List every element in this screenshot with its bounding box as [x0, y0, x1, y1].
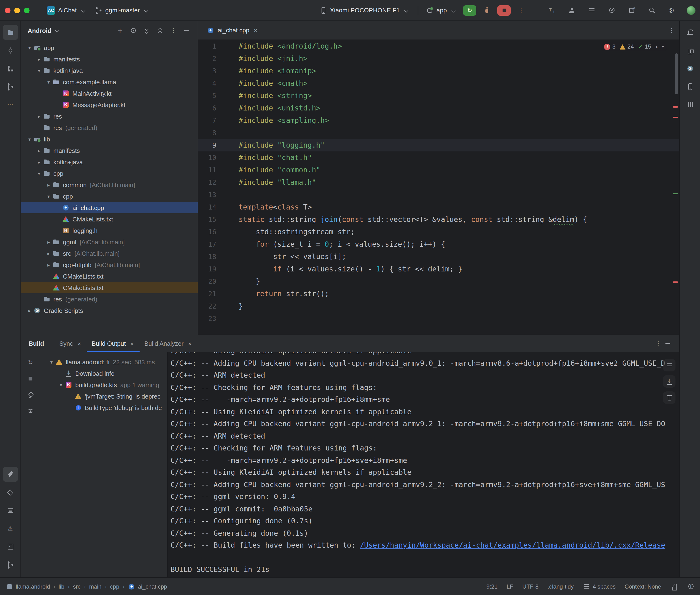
project-tool-button[interactable] — [3, 25, 18, 40]
version-control-tool-button[interactable] — [3, 557, 18, 572]
close-tab-icon[interactable] — [77, 340, 82, 347]
code-line-6[interactable]: 6#include <unistd.h> — [198, 102, 679, 114]
clear-all-button[interactable] — [663, 391, 675, 404]
tree-item-lib[interactable]: lib — [21, 133, 198, 145]
branch-widget[interactable]: ggml-master — [91, 4, 154, 16]
code-line-11[interactable]: 11#include "common.h" — [198, 164, 679, 176]
prev-problem-button[interactable] — [655, 44, 657, 49]
tree-item-cmakelists-txt[interactable]: CMakeLists.txt — [21, 271, 198, 282]
notifications-button[interactable] — [682, 25, 698, 40]
editor-options-icon[interactable] — [668, 26, 675, 34]
code-line-5[interactable]: 5#include <string> — [198, 89, 679, 102]
tree-item-src[interactable]: src[AiChat.lib.main] — [21, 248, 198, 259]
app-insights-button[interactable] — [682, 97, 698, 112]
close-tab-icon[interactable] — [129, 340, 135, 347]
code-line-18[interactable]: 18 str << values[i]; — [198, 251, 679, 263]
breadcrumb-src[interactable]: src — [73, 583, 81, 590]
hide-build-panel-icon[interactable] — [664, 340, 672, 347]
tree-item-kotlin-java[interactable]: kotlin+java — [21, 156, 198, 168]
close-tab-icon[interactable] — [253, 27, 258, 34]
stripe-mark-error[interactable] — [673, 281, 678, 283]
build-tab-build-output[interactable]: Build Output — [87, 335, 140, 352]
more-options-button[interactable] — [167, 24, 179, 37]
status-context[interactable]: Context: None — [625, 583, 661, 590]
device-manager-button[interactable] — [682, 79, 698, 94]
breadcrumb-main[interactable]: main — [89, 583, 102, 590]
tree-item-res[interactable]: res(generated) — [21, 122, 198, 133]
tree-item-kotlin-java[interactable]: kotlin+java — [21, 65, 198, 76]
settings-button[interactable] — [664, 3, 679, 18]
commit-tool-button[interactable] — [3, 43, 18, 58]
code-line-21[interactable]: 21 return str.str(); — [198, 288, 679, 300]
tree-item-cpp[interactable]: cpp — [21, 191, 198, 202]
code-line-16[interactable]: 16 std::ostringstream str; — [198, 226, 679, 238]
scroll-to-end-button[interactable] — [663, 375, 675, 388]
tree-item-cpp[interactable]: cpp — [21, 168, 198, 179]
more-actions-button[interactable] — [514, 5, 528, 16]
logcat-tool-button[interactable] — [3, 503, 18, 518]
tree-item-gradle-scripts[interactable]: Gradle Scripts — [21, 305, 198, 316]
code-line-9[interactable]: 9#include "logging.h" — [198, 139, 679, 151]
tree-item-mainactivity-kt[interactable]: MainActivity.kt — [21, 88, 198, 99]
tree-item-manifests[interactable]: manifests — [21, 145, 198, 156]
tree-item-buildtype-debug-is-both-de[interactable]: BuildType 'debug' is both de — [40, 402, 167, 413]
breadcrumb-lib[interactable]: lib — [59, 583, 64, 590]
build-title[interactable]: Build — [29, 340, 44, 347]
build-tab-build-analyzer[interactable]: Build Analyzer — [140, 335, 197, 352]
code-line-13[interactable]: 13 — [198, 189, 679, 201]
tree-item-cpp-httplib[interactable]: cpp-httplib[AiChat.lib.main] — [21, 259, 198, 271]
code-line-7[interactable]: 7#include <sampling.h> — [198, 114, 679, 127]
soft-wrap-button[interactable] — [663, 359, 675, 371]
status-lock[interactable] — [670, 583, 678, 590]
stripe-mark-error[interactable] — [673, 106, 678, 108]
code-with-me-button[interactable] — [564, 3, 579, 18]
code-line-3[interactable]: 3#include <iomanip> — [198, 65, 679, 77]
code-line-19[interactable]: 19 if (i < values.size() - 1) { str << d… — [198, 263, 679, 275]
code-line-10[interactable]: 10#include "chat.h" — [198, 151, 679, 164]
breadcrumb-llama-android[interactable]: llama.android — [6, 583, 50, 590]
status-encoding[interactable]: UTF-8 — [522, 583, 538, 590]
code-line-17[interactable]: 17 for (size_t i = 0; i < values.size();… — [198, 238, 679, 251]
status-indent[interactable]: 4 spaces — [583, 583, 616, 590]
stripe-mark-ok[interactable] — [673, 193, 678, 194]
code-line-23[interactable]: 23 — [198, 312, 679, 325]
device-selector[interactable]: Xiaomi POCOPHONE F1 — [315, 4, 414, 16]
breadcrumb-ai-chat-cpp[interactable]: ai_chat.cpp — [128, 583, 167, 590]
tree-item-build-gradle-kts[interactable]: build.gradle.ktsapp 1 warning — [40, 379, 167, 391]
build-tool-button[interactable] — [3, 467, 18, 482]
build-options-icon[interactable] — [654, 340, 662, 347]
tree-item-cmakelists-txt[interactable]: CMakeLists.txt — [21, 213, 198, 225]
status-caret-position[interactable]: 9:21 — [486, 583, 498, 590]
tree-item-cmakelists-txt[interactable]: CMakeLists.txt — [21, 282, 198, 293]
tree-item-common[interactable]: common[AiChat.lib.main] — [21, 179, 198, 191]
problems-tool-button[interactable] — [3, 521, 18, 536]
close-tab-icon[interactable] — [187, 340, 193, 347]
locate-file-button[interactable] — [127, 24, 140, 37]
add-button[interactable] — [114, 24, 126, 37]
stop-build-button[interactable] — [24, 372, 37, 385]
collapse-all-button[interactable] — [154, 24, 166, 37]
tree-item-res[interactable]: res(generated) — [21, 293, 198, 305]
code-line-8[interactable]: 8 — [198, 127, 679, 139]
code-line-20[interactable]: 20 } — [198, 275, 679, 288]
code-line-12[interactable]: 12#include "llama.h" — [198, 176, 679, 189]
tree-item-llama-android-fi[interactable]: llama.android: fi22 sec, 583 ms — [40, 356, 167, 368]
run-config-selector[interactable]: app — [422, 4, 461, 16]
debug-button[interactable] — [480, 5, 494, 16]
structure-tool-button[interactable] — [3, 61, 18, 76]
editor-tab-ai-chat-cpp[interactable]: ai_chat.cpp — [202, 21, 263, 39]
tree-item-app[interactable]: app — [21, 42, 198, 53]
code-line-4[interactable]: 4#include <cmath> — [198, 77, 679, 89]
project-widget[interactable]: AC AiChat — [43, 4, 91, 17]
tree-item-download-info[interactable]: Download info — [40, 368, 167, 379]
tree-item--jvmtarget-string-is-deprec[interactable]: 'jvmTarget: String' is deprec — [40, 391, 167, 402]
status-clang-tidy[interactable]: .clang-tidy — [548, 583, 573, 590]
editor-scrollbar[interactable] — [675, 53, 678, 94]
breadcrumb-cpp[interactable]: cpp — [110, 583, 119, 590]
pin-tab-button[interactable] — [24, 389, 37, 401]
device-explorer-button[interactable] — [682, 43, 698, 58]
profiler-button[interactable] — [604, 3, 619, 18]
tree-item-com-example-llama[interactable]: com.example.llama — [21, 76, 198, 88]
task-list-button[interactable] — [584, 3, 599, 18]
code-line-22[interactable]: 22} — [198, 300, 679, 312]
